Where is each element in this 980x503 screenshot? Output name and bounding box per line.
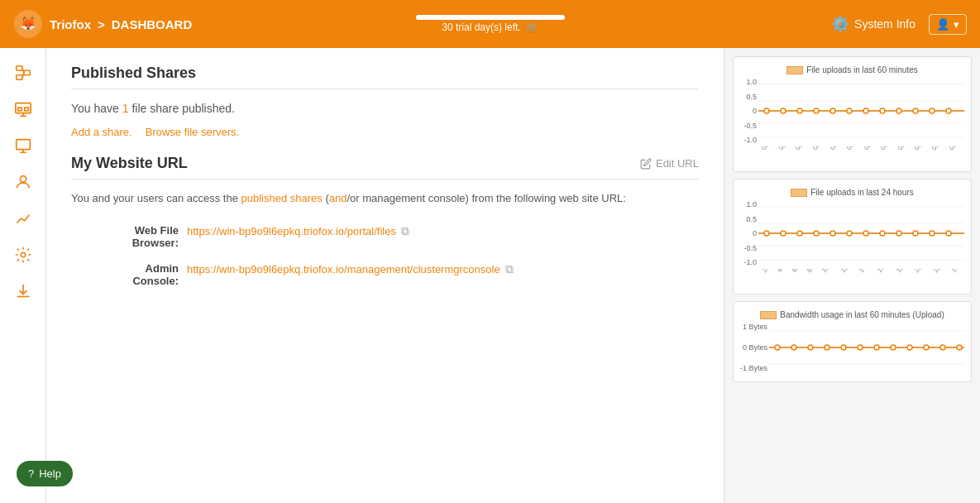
web-file-browser-url[interactable]: https://win-bp9o9l6epkq.triofox.io/porta… (187, 225, 396, 237)
svg-rect-11 (24, 108, 28, 111)
svg-point-64 (907, 345, 912, 350)
chart-3-svg (769, 323, 964, 372)
my-website-title: My Website URL (71, 155, 188, 172)
my-website-section: My Website URL Edit URL You and your use… (71, 155, 699, 287)
svg-point-47 (880, 231, 885, 236)
svg-point-30 (896, 108, 901, 113)
chart-3-legend-label: Bandwidth usage in last 60 minutes (Uplo… (780, 310, 944, 319)
my-website-header: My Website URL Edit URL (71, 155, 699, 180)
svg-point-45 (847, 231, 852, 236)
svg-point-48 (896, 231, 901, 236)
svg-point-42 (797, 231, 802, 236)
share-count: 1 (122, 102, 129, 115)
chart-1-legend-label: File uploads in last 60 minutes (806, 65, 918, 74)
admin-console-url[interactable]: https://win-bp9o9l6epkq.triofox.io/manag… (187, 263, 500, 275)
add-share-link[interactable]: Add a share. (71, 126, 132, 138)
chart-uploads-24h: File uploads in last 24 hours 1.0 0.5 0 … (733, 179, 972, 295)
svg-point-62 (874, 345, 879, 350)
share-links: Add a share. Browse file servers. (71, 126, 699, 138)
svg-point-31 (913, 108, 918, 113)
sidebar-item-download[interactable] (5, 275, 41, 308)
chart-1-legend-color (786, 66, 803, 74)
svg-point-28 (863, 108, 868, 113)
svg-point-60 (841, 345, 846, 350)
help-icon: ? (28, 467, 34, 480)
svg-point-50 (930, 231, 935, 236)
svg-point-63 (891, 345, 896, 350)
svg-point-33 (946, 108, 951, 113)
edit-icon (640, 158, 652, 170)
admin-console-row: AdminConsole: https://win-bp9o9l6epkq.tr… (96, 262, 699, 287)
svg-point-67 (957, 345, 962, 350)
sidebar (0, 48, 46, 503)
svg-rect-3 (16, 75, 22, 80)
system-info[interactable]: ⚙️ System Info (831, 15, 915, 33)
cart-icon: 🛒 (526, 22, 538, 33)
svg-point-46 (863, 231, 868, 236)
svg-rect-10 (17, 108, 22, 111)
web-file-browser-row: Web FileBrowser: https://win-bp9o9l6epkq… (96, 224, 699, 249)
svg-point-56 (775, 345, 780, 350)
sidebar-item-users[interactable] (5, 165, 41, 199)
svg-point-25 (814, 108, 819, 113)
trial-progress-bar (416, 15, 565, 20)
user-icon: 👤 (936, 18, 950, 31)
edit-url-button[interactable]: Edit URL (640, 157, 699, 170)
brand-name: Triofox (50, 17, 91, 31)
svg-point-29 (880, 108, 885, 113)
svg-line-5 (22, 69, 24, 74)
sidebar-item-desktop[interactable] (5, 129, 41, 162)
chart-3-legend-color (760, 311, 777, 319)
brand-logo: 🦊 Triofox > DASHBOARD (13, 9, 192, 39)
svg-point-40 (764, 231, 769, 236)
website-description: You and your users can access the publis… (71, 189, 699, 208)
svg-point-51 (946, 231, 951, 236)
sidebar-item-share[interactable] (5, 56, 41, 89)
gear-icon: ⚙️ (831, 15, 849, 33)
svg-point-41 (781, 231, 786, 236)
chart-2-legend-color (791, 189, 807, 197)
svg-rect-12 (16, 140, 30, 150)
svg-point-32 (930, 108, 935, 113)
web-file-browser-label: Web FileBrowser: (96, 224, 179, 249)
admin-console-label: AdminConsole: (96, 262, 179, 287)
svg-point-22 (764, 108, 769, 113)
sidebar-item-settings[interactable] (5, 238, 41, 271)
svg-point-24 (797, 108, 802, 113)
copy-web-url-icon[interactable]: ⧉ (401, 224, 409, 238)
chart-2-svg (758, 200, 964, 266)
svg-point-27 (847, 108, 852, 113)
svg-point-26 (830, 108, 835, 113)
main-layout: Published Shares You have 1 file share p… (0, 48, 980, 503)
url-table: Web FileBrowser: https://win-bp9o9l6epkq… (96, 224, 699, 287)
copy-admin-url-icon[interactable]: ⧉ (505, 262, 514, 276)
svg-text:🦊: 🦊 (20, 16, 36, 31)
trial-info: 30 trial day(s) left. 🛒 (416, 15, 565, 33)
svg-point-16 (21, 252, 26, 257)
sidebar-item-reports[interactable] (5, 202, 41, 235)
svg-point-66 (940, 345, 945, 350)
chart-1-legend: File uploads in last 60 minutes (740, 65, 964, 74)
chevron-down-icon: ▾ (954, 18, 959, 31)
browse-file-servers-link[interactable]: Browse file servers. (146, 126, 239, 138)
svg-point-57 (791, 345, 796, 350)
chart-uploads-60min: File uploads in last 60 minutes 1.0 0.5 … (733, 56, 972, 172)
sidebar-item-monitor[interactable] (5, 93, 41, 126)
logo-icon: 🦊 (13, 9, 43, 39)
chart-bandwidth-60min: Bandwidth usage in last 60 minutes (Uplo… (733, 301, 972, 382)
svg-point-44 (830, 231, 835, 236)
svg-line-6 (22, 73, 24, 78)
page-title: DASHBOARD (112, 17, 193, 31)
help-button[interactable]: ? Help (17, 461, 73, 486)
main-content: Published Shares You have 1 file share p… (46, 48, 724, 503)
right-panel: File uploads in last 60 minutes 1.0 0.5 … (724, 48, 980, 503)
published-shares-title: Published Shares (71, 65, 699, 89)
trial-text: 30 trial day(s) left. 🛒 (442, 22, 538, 33)
chart-2-legend: File uploads in last 24 hours (740, 188, 964, 197)
header-right: ⚙️ System Info 👤 ▾ (831, 14, 967, 35)
svg-point-61 (858, 345, 863, 350)
user-menu-button[interactable]: 👤 ▾ (929, 14, 967, 35)
svg-rect-4 (23, 70, 29, 75)
svg-point-15 (20, 176, 26, 182)
svg-point-58 (808, 345, 813, 350)
